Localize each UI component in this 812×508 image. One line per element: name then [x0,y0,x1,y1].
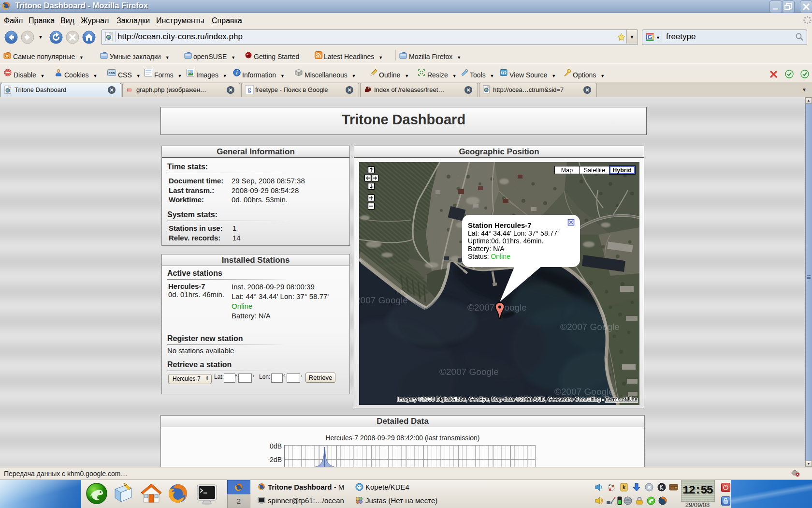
svg-text:Uptime:0d. 01hrs. 46min.: Uptime:0d. 01hrs. 46min. [468,237,543,245]
svg-text:©2007 Google: ©2007 Google [560,322,620,332]
svg-text:G: G [648,34,652,41]
svg-text:Lat: 44° 34.44' Lon: 37° 58.77: Lat: 44° 34.44' Lon: 37° 58.77' [468,229,559,237]
svg-text:Battery: N/A: Battery: N/A [468,245,505,253]
svg-text:Imagery ©2008 DigitalGlobe, Ge: Imagery ©2008 DigitalGlobe, GeoEye, Map … [397,396,638,402]
svg-text:Status: Online: Status: Online [468,253,510,260]
svg-text:Hybrid: Hybrid [612,167,632,174]
svg-text:©2007 Google: ©2007 Google [439,367,499,377]
svg-text:Station Hercules-7: Station Hercules-7 [468,221,532,229]
svg-text:Satellite: Satellite [584,167,606,174]
svg-text:Map: Map [561,167,573,174]
svg-text:©2007 Google: ©2007 Google [554,387,614,397]
svg-text:©2007 Google: ©2007 Google [359,295,408,305]
svg-text:css: css [108,71,115,75]
svg-text:k: k [623,484,626,490]
